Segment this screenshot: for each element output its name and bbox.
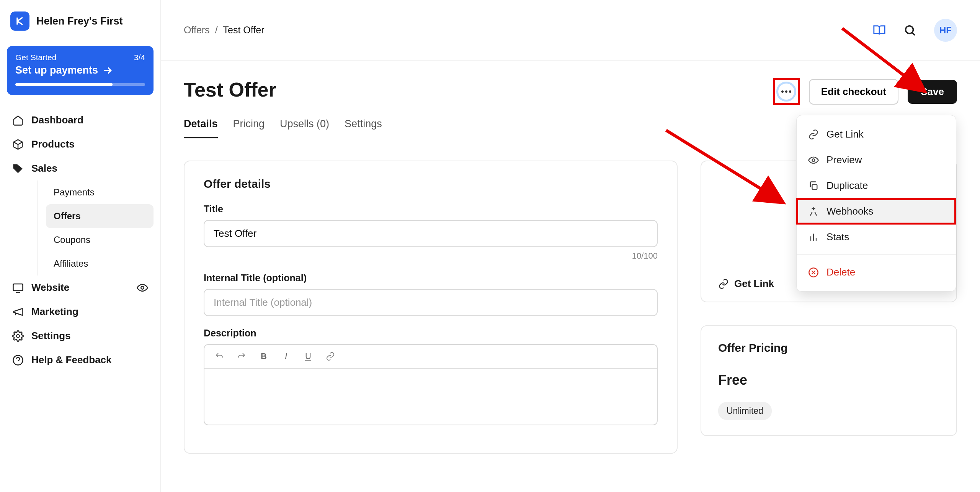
tab-details[interactable]: Details bbox=[184, 118, 218, 138]
get-link-label: Get Link bbox=[734, 278, 774, 290]
sidebar-item-marketing[interactable]: Marketing bbox=[7, 300, 154, 324]
get-started-card[interactable]: Get Started 3/4 Set up payments bbox=[7, 46, 154, 95]
progress-bar bbox=[15, 83, 145, 86]
save-button[interactable]: Save bbox=[908, 80, 957, 104]
dropdown-item-label: Duplicate bbox=[826, 180, 868, 192]
eye-icon[interactable] bbox=[137, 282, 148, 294]
breadcrumb-parent[interactable]: Offers bbox=[184, 25, 210, 36]
svg-point-1 bbox=[141, 286, 144, 289]
link-icon bbox=[326, 352, 335, 361]
svg-point-4 bbox=[906, 26, 913, 33]
dropdown-item-label: Get Link bbox=[826, 128, 864, 140]
undo-button[interactable] bbox=[209, 349, 230, 364]
book-icon[interactable] bbox=[873, 24, 886, 37]
workspace-name: Helen Frey's First bbox=[36, 15, 123, 27]
get-started-action: Set up payments bbox=[15, 64, 98, 76]
sidebar: Helen Frey's First Get Started 3/4 Set u… bbox=[0, 0, 161, 492]
link-icon bbox=[718, 279, 729, 289]
bold-icon: B bbox=[261, 351, 267, 361]
title-label: Title bbox=[204, 203, 658, 215]
internal-title-input[interactable] bbox=[204, 289, 658, 316]
get-started-label: Get Started bbox=[15, 53, 56, 62]
sidebar-item-label: Dashboard bbox=[31, 114, 83, 126]
redo-icon bbox=[237, 352, 246, 361]
sidebar-item-label: Settings bbox=[31, 330, 71, 342]
workspace-switcher[interactable]: Helen Frey's First bbox=[7, 11, 154, 31]
pricing-badge-unlimited: Unlimited bbox=[718, 402, 772, 420]
sidebar-item-label: Sales bbox=[31, 162, 57, 174]
avatar[interactable]: HF bbox=[934, 19, 957, 42]
sidebar-item-label: Products bbox=[31, 138, 75, 150]
dropdown-preview[interactable]: Preview bbox=[797, 147, 956, 173]
dropdown-divider bbox=[797, 254, 956, 255]
arrow-right-icon bbox=[102, 65, 113, 76]
title-char-count: 10/100 bbox=[204, 251, 658, 261]
sidebar-item-dashboard[interactable]: Dashboard bbox=[7, 108, 154, 132]
sidebar-sub-offers[interactable]: Offers bbox=[46, 204, 154, 228]
gear-icon bbox=[12, 330, 24, 342]
sidebar-item-label: Marketing bbox=[31, 306, 78, 318]
dropdown-duplicate[interactable]: Duplicate bbox=[797, 173, 956, 198]
svg-point-5 bbox=[812, 159, 815, 161]
get-started-step: 3/4 bbox=[134, 53, 145, 62]
svg-point-2 bbox=[16, 335, 20, 338]
title-input[interactable] bbox=[204, 220, 658, 247]
dropdown-webhooks[interactable]: Webhooks bbox=[797, 198, 956, 224]
page-title: Test Offer bbox=[184, 78, 276, 101]
editor-toolbar: B I U bbox=[204, 344, 658, 368]
sidebar-sub-affiliates[interactable]: Affiliates bbox=[46, 252, 154, 276]
dropdown-delete[interactable]: Delete bbox=[797, 259, 956, 285]
italic-icon: I bbox=[285, 351, 287, 361]
sidebar-item-label: Website bbox=[31, 282, 69, 294]
more-actions-button[interactable] bbox=[776, 82, 796, 102]
delete-icon bbox=[808, 267, 819, 278]
breadcrumb: Offers / Test Offer bbox=[184, 25, 265, 36]
sidebar-item-products[interactable]: Products bbox=[7, 132, 154, 156]
tag-icon bbox=[12, 163, 24, 174]
svg-rect-6 bbox=[812, 184, 817, 189]
webhook-icon bbox=[808, 206, 819, 217]
tab-settings[interactable]: Settings bbox=[345, 118, 382, 138]
dropdown-get-link[interactable]: Get Link bbox=[797, 121, 956, 147]
sidebar-item-label: Help & Feedback bbox=[31, 354, 112, 366]
dropdown-stats[interactable]: Stats bbox=[797, 224, 956, 250]
sidebar-item-help[interactable]: Help & Feedback bbox=[7, 348, 154, 372]
dropdown-item-label: Preview bbox=[826, 154, 862, 166]
offer-pricing-card: Offer Pricing Free Unlimited bbox=[701, 325, 957, 436]
sales-submenu: Payments Offers Coupons Affiliates bbox=[26, 180, 154, 276]
dropdown-item-label: Webhooks bbox=[826, 205, 873, 217]
edit-checkout-button[interactable]: Edit checkout bbox=[809, 79, 898, 105]
sidebar-item-website[interactable]: Website bbox=[7, 276, 154, 300]
sidebar-item-sales[interactable]: Sales bbox=[7, 156, 154, 180]
topbar: Offers / Test Offer HF bbox=[161, 0, 980, 61]
link-button[interactable] bbox=[320, 349, 341, 364]
card-title: Offer details bbox=[204, 177, 658, 190]
more-actions-dropdown: Get Link Preview Duplicate Webhooks Stat… bbox=[796, 115, 956, 292]
sidebar-item-settings[interactable]: Settings bbox=[7, 324, 154, 348]
description-label: Description bbox=[204, 328, 658, 339]
dots-horizontal-icon bbox=[781, 90, 791, 93]
breadcrumb-current: Test Offer bbox=[223, 25, 265, 36]
search-icon[interactable] bbox=[903, 24, 916, 37]
internal-title-label: Internal Title (optional) bbox=[204, 272, 658, 284]
megaphone-icon bbox=[12, 306, 24, 318]
sidebar-sub-coupons[interactable]: Coupons bbox=[46, 228, 154, 252]
chart-icon bbox=[808, 232, 819, 243]
underline-button[interactable]: U bbox=[298, 349, 318, 364]
sidebar-sub-payments[interactable]: Payments bbox=[46, 180, 154, 204]
pricing-section-title: Offer Pricing bbox=[718, 341, 939, 354]
tab-upsells[interactable]: Upsells (0) bbox=[280, 118, 329, 138]
undo-icon bbox=[215, 352, 224, 361]
dropdown-item-label: Stats bbox=[826, 231, 849, 243]
italic-button[interactable]: I bbox=[276, 349, 296, 364]
home-icon bbox=[12, 115, 24, 126]
app-logo bbox=[10, 11, 29, 31]
box-icon bbox=[12, 139, 24, 150]
tab-pricing[interactable]: Pricing bbox=[233, 118, 265, 138]
offer-details-card: Offer details Title 10/100 Internal Titl… bbox=[184, 161, 678, 454]
svg-rect-0 bbox=[13, 284, 23, 291]
description-editor[interactable] bbox=[204, 368, 658, 425]
bold-button[interactable]: B bbox=[253, 349, 274, 364]
redo-button[interactable] bbox=[231, 349, 252, 364]
pricing-free-label: Free bbox=[718, 372, 939, 388]
